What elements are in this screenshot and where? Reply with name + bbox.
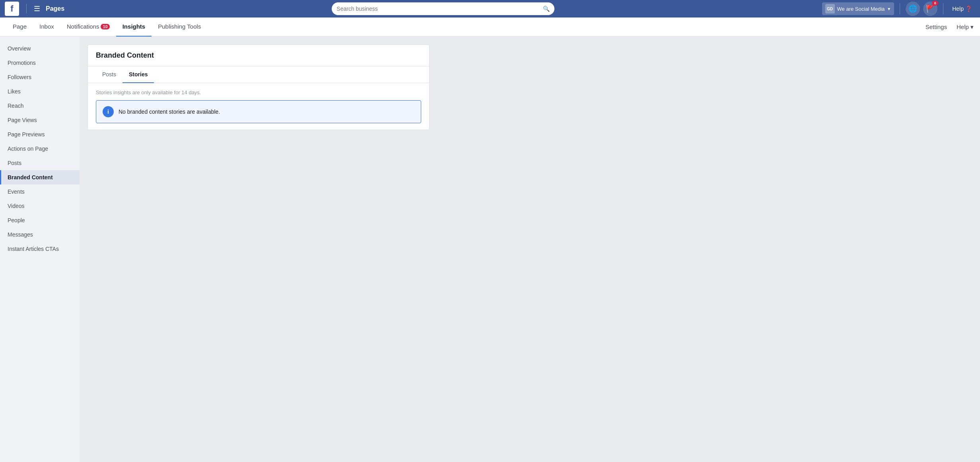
nav-settings[interactable]: Settings — [926, 23, 947, 30]
globe-icon-button[interactable]: 🌐 — [906, 2, 920, 16]
secondary-navigation: Page Inbox Notifications 10 Insights Pub… — [0, 17, 980, 37]
notifications-badge: 10 — [101, 24, 109, 29]
pages-label: Pages — [46, 5, 64, 12]
sidebar-item-page-views[interactable]: Page Views — [0, 113, 80, 127]
info-box-text: No branded content stories are available… — [119, 109, 220, 115]
tabs-row: Posts Stories — [88, 66, 429, 83]
search-input[interactable] — [336, 6, 543, 12]
tab-stories[interactable]: Stories — [122, 66, 154, 83]
info-box: i No branded content stories are availab… — [96, 100, 421, 123]
nav-help[interactable]: Help ▾ — [957, 23, 974, 31]
sidebar-item-videos[interactable]: Videos — [0, 199, 80, 213]
help-button[interactable]: Help ❓ — [949, 4, 975, 14]
hamburger-menu-icon[interactable]: ☰ — [34, 4, 40, 13]
info-icon: i — [103, 106, 114, 117]
card-title: Branded Content — [96, 51, 421, 60]
search-container: 🔍 — [64, 2, 822, 15]
separator — [900, 3, 900, 14]
facebook-logo: f — [5, 2, 19, 16]
top-bar-right: GD We are Social Media ▼ 🌐 🚩 6 Help ❓ — [822, 2, 975, 16]
nav-item-page[interactable]: Page — [6, 17, 33, 37]
sidebar-item-page-previews[interactable]: Page Previews — [0, 127, 80, 142]
main-layout: Overview Promotions Followers Likes Reac… — [0, 37, 980, 462]
top-navigation-bar: f ☰ Pages 🔍 GD We are Social Media ▼ 🌐 🚩… — [0, 0, 980, 17]
notice-text: Stories insights are only available for … — [96, 89, 421, 95]
search-box: 🔍 — [332, 2, 554, 15]
account-name: We are Social Media — [837, 6, 885, 12]
divider — [26, 4, 27, 14]
help-label: Help — [952, 6, 964, 12]
sidebar-item-events[interactable]: Events — [0, 184, 80, 199]
sidebar-item-actions-on-page[interactable]: Actions on Page — [0, 142, 80, 156]
help-icon: ❓ — [965, 6, 972, 12]
tab-posts[interactable]: Posts — [96, 66, 122, 83]
card-body: Stories insights are only available for … — [88, 83, 429, 130]
content-card: Branded Content Posts Stories Stories in… — [88, 45, 430, 130]
nav-item-notifications[interactable]: Notifications 10 — [60, 17, 116, 37]
sidebar-item-followers[interactable]: Followers — [0, 70, 80, 84]
sidebar-item-posts[interactable]: Posts — [0, 156, 80, 170]
sidebar-item-promotions[interactable]: Promotions — [0, 56, 80, 70]
main-content: Branded Content Posts Stories Stories in… — [80, 37, 980, 462]
sidebar-item-people[interactable]: People — [0, 213, 80, 227]
top-bar-left: f ☰ Pages — [5, 2, 64, 16]
nav-item-insights[interactable]: Insights — [116, 17, 152, 37]
sidebar-item-messages[interactable]: Messages — [0, 227, 80, 242]
notification-badge: 6 — [932, 1, 938, 6]
sidebar-item-likes[interactable]: Likes — [0, 84, 80, 99]
separator2 — [943, 3, 943, 14]
sidebar-item-instant-articles-ctas[interactable]: Instant Articles CTAs — [0, 242, 80, 256]
chevron-down-icon: ▼ — [887, 7, 891, 11]
secondary-nav-right: Settings Help ▾ — [926, 23, 974, 31]
nav-item-publishing-tools[interactable]: Publishing Tools — [152, 17, 207, 37]
card-header: Branded Content — [88, 45, 429, 66]
nav-item-inbox[interactable]: Inbox — [33, 17, 60, 37]
sidebar-item-reach[interactable]: Reach — [0, 99, 80, 113]
secondary-nav-left: Page Inbox Notifications 10 Insights Pub… — [6, 17, 926, 37]
sidebar-item-branded-content[interactable]: Branded Content — [0, 170, 80, 184]
avatar: GD — [825, 4, 835, 14]
account-button[interactable]: GD We are Social Media ▼ — [822, 2, 894, 15]
sidebar: Overview Promotions Followers Likes Reac… — [0, 37, 80, 462]
sidebar-item-overview[interactable]: Overview — [0, 41, 80, 56]
search-icon: 🔍 — [543, 6, 550, 12]
notifications-icon-button[interactable]: 🚩 6 — [923, 2, 937, 16]
